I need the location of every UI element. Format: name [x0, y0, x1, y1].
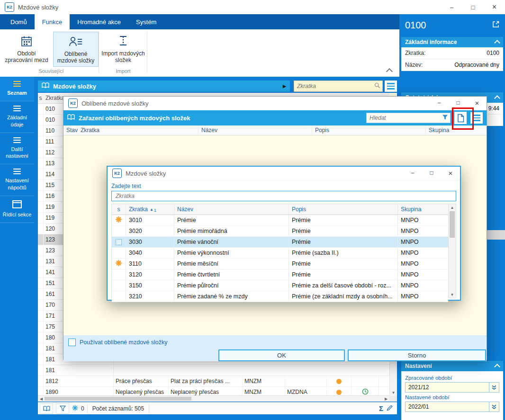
sidebar-item-dalsi-nastaveni[interactable]: Další nastavení	[0, 133, 34, 165]
cell-desc: Prémie (sazba II.)	[289, 248, 398, 258]
picker-row[interactable]: 3030 Prémie vánoční Prémie MNPO	[112, 237, 448, 248]
list-icon	[13, 106, 21, 111]
picker-table-body: 3010 Prémie Prémie MNPO 3020 Prémie mimo…	[112, 215, 456, 302]
cell-desc: Prémie	[289, 259, 398, 269]
ok-button[interactable]: OK	[218, 349, 345, 361]
filter-button[interactable]	[56, 403, 69, 414]
status-dot-icon	[336, 379, 342, 384]
scroll-left-icon[interactable]: ◀	[38, 396, 45, 402]
picker-row[interactable]: 3020 Prémie mimořádná Prémie MNPO	[112, 226, 448, 237]
scroll-down-icon[interactable]: ▼	[390, 389, 397, 396]
snowflake-icon[interactable]	[72, 405, 78, 412]
status-bar: 0 Počet záznamů: 505 Σ	[38, 402, 397, 414]
column-header-zkratka[interactable]: Zkratka	[78, 125, 198, 135]
cell-group: MNPO	[398, 291, 448, 302]
minimize-button[interactable]: –	[441, 0, 462, 14]
picker-row[interactable]: 3040 Prémie výkonnostní Prémie (sazba II…	[112, 248, 448, 259]
scroll-right-icon[interactable]: ▶	[383, 396, 389, 402]
picker-row[interactable]: 3210 Prémie zadané % ze mzdy Prémie (ze …	[112, 291, 448, 302]
processed-period-field[interactable]: 2021/12	[405, 382, 499, 393]
app-titlebar: K2 Mzdové složky – □ ×	[0, 0, 505, 15]
column-header-skupina[interactable]: Skupina	[398, 204, 448, 214]
scrollbar-thumb[interactable]	[45, 397, 191, 401]
scrollbar-thumb[interactable]	[450, 211, 455, 238]
tab-system[interactable]: Systém	[128, 14, 164, 29]
close-button[interactable]: ×	[441, 166, 460, 179]
collapse-ribbon-icon[interactable]	[386, 68, 393, 75]
external-link-icon[interactable]	[492, 21, 499, 29]
dialog-search-box[interactable]	[366, 113, 451, 123]
cell-code: 3010	[126, 215, 174, 225]
use-favorites-checkbox[interactable]	[68, 339, 76, 346]
clock-icon	[362, 388, 369, 396]
horizontal-scrollbar[interactable]: ◀ ▶	[38, 395, 389, 402]
tab-hromadne-akce[interactable]: Hromadné akce	[70, 14, 128, 29]
maximize-button[interactable]: □	[422, 166, 441, 179]
sidebar-item-ridici-sekce[interactable]: Řídící sekce	[0, 196, 34, 223]
field-label: Nastavené období	[405, 394, 499, 400]
minimize-button[interactable]: –	[403, 166, 422, 179]
cell-group: MNPO	[398, 280, 448, 291]
book-view-button[interactable]	[40, 403, 53, 414]
cell-code: 3120	[126, 269, 174, 280]
import-icon	[118, 34, 128, 49]
grid-search-box[interactable]	[294, 80, 383, 92]
column-header-zkratka[interactable]: Zkratka ▲ 1	[126, 204, 174, 214]
vertical-scrollbar[interactable]: ▲ ▼	[448, 204, 456, 298]
maximize-button[interactable]: □	[462, 0, 484, 14]
period-processing-button[interactable]: Období zpracování mezd	[4, 32, 49, 67]
sidebar-item-label: Řídící sekce	[3, 211, 32, 218]
edit-pencil-icon[interactable]	[386, 404, 393, 413]
cell-name: Prémie zadané % ze mzdy	[174, 291, 289, 302]
favorite-wage-components-button[interactable]: Oblíbené mzdové složky	[53, 32, 99, 67]
ribbon-body: Období zpracování mezd Oblíbené mzdové s…	[0, 29, 399, 77]
double-chevron-down-icon[interactable]	[489, 383, 499, 392]
set-period-field[interactable]: 2022/01	[405, 402, 499, 412]
table-row[interactable]: 1812 Práce přesčas Plat za práci přesčas…	[38, 376, 389, 387]
expand-arrow-icon[interactable]: ▶	[283, 84, 286, 89]
storno-button[interactable]: Storno	[348, 349, 486, 361]
list-icon	[13, 169, 21, 174]
double-chevron-down-icon[interactable]	[489, 402, 499, 411]
grid-menu-button[interactable]	[385, 80, 397, 92]
import-wage-components-button[interactable]: Import mzdových složek	[100, 32, 146, 67]
use-favorites-row: Používat oblíbené mzdové složky	[63, 335, 487, 349]
scroll-down-icon[interactable]: ▼	[449, 291, 456, 298]
cell-desc: Prémie	[289, 226, 398, 236]
column-header-popis[interactable]: Popis	[289, 204, 398, 214]
picker-row[interactable]: 3120 Prémie čtvrtletní Prémie MNPO	[112, 269, 448, 280]
picker-row[interactable]: 3150 Prémie půlroční Prémie za delší čas…	[112, 280, 448, 291]
column-header-nazev[interactable]: Název	[198, 125, 312, 135]
grid-search-input[interactable]	[296, 82, 374, 90]
table-row[interactable]: 181	[38, 365, 389, 376]
column-header-s[interactable]: s	[38, 93, 44, 103]
picker-row[interactable]: 3010 Prémie Prémie MNPO	[112, 215, 448, 226]
minimize-button[interactable]: –	[430, 96, 449, 109]
tab-funkce[interactable]: Funkce	[35, 14, 70, 29]
column-header-stav[interactable]: Stav	[63, 125, 78, 135]
sidebar-item-seznam[interactable]: Seznam	[0, 77, 34, 101]
column-header-nazev[interactable]: Název	[174, 204, 289, 214]
sum-icon[interactable]: Σ	[379, 404, 383, 412]
section-title: Nastavení	[405, 363, 432, 369]
field-value: 2021/12	[406, 384, 489, 391]
sidebar-item-nastaveni-napoctu[interactable]: Nastavení nápočtů	[0, 164, 34, 196]
column-header-popis[interactable]: Popis	[312, 125, 426, 135]
dialog-search-input[interactable]	[369, 114, 442, 122]
cell-code: 3030	[126, 237, 174, 247]
tab-domu[interactable]: Domů	[3, 14, 35, 29]
picker-row[interactable]: 3110 Prémie měsíční Prémie MNPO	[112, 259, 448, 269]
section-header-basic-info[interactable]: Základní informace	[401, 37, 503, 47]
cell-name: Prémie měsíční	[174, 259, 289, 269]
column-header-s[interactable]: s	[112, 204, 126, 214]
scroll-up-icon[interactable]: ▲	[449, 204, 456, 211]
text-entry-box[interactable]	[111, 191, 456, 201]
sidebar-item-zakladni-udaje[interactable]: Základní údaje	[0, 101, 34, 133]
section-header-settings[interactable]: Nastavení	[401, 361, 503, 371]
ribbon-button-label: Oblíbené mzdové složky	[54, 51, 98, 64]
use-favorites-label: Používat oblíbené mzdové složky	[80, 339, 168, 346]
close-button[interactable]: ×	[484, 0, 505, 14]
text-entry-input[interactable]	[115, 192, 453, 200]
cell-desc: Prémie	[289, 215, 398, 225]
ribbon-group-label: Import	[100, 68, 146, 74]
